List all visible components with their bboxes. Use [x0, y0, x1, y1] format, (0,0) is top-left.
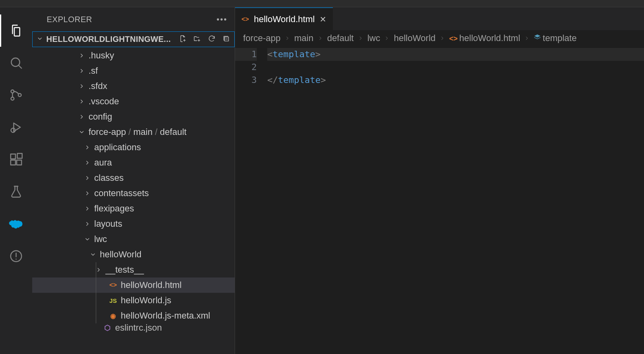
code-line[interactable]: <template>	[267, 48, 644, 61]
svg-rect-7	[17, 160, 22, 165]
breadcrumb-segment[interactable]: default	[327, 33, 354, 43]
new-folder-icon[interactable]	[193, 35, 201, 44]
line-number: 2	[235, 61, 257, 74]
chevron-right-icon	[318, 33, 323, 43]
problems-icon[interactable]	[0, 240, 32, 272]
tree-label: eslintrc.json	[115, 323, 162, 332]
breadcrumb-segment[interactable]: template	[534, 33, 576, 43]
tree-file[interactable]: ⬡eslintrc.json	[32, 323, 235, 332]
js-icon: JS	[109, 297, 118, 304]
tree-folder[interactable]: aura	[32, 155, 235, 170]
salesforce-icon[interactable]	[0, 208, 32, 240]
tree-label: .vscode	[89, 96, 119, 107]
tree-folder[interactable]: .sf	[32, 63, 235, 79]
breadcrumbs: force-appmaindefaultlwchelloWorld<>hello…	[235, 30, 644, 46]
tab-active[interactable]: <> helloWorld.html ✕	[235, 7, 333, 30]
tree-file[interactable]: JShelloWorld.js	[32, 293, 235, 308]
tree-label: .sfdx	[89, 81, 107, 91]
svg-rect-6	[11, 160, 16, 165]
activity-bar	[0, 7, 32, 354]
chevron-right-icon	[83, 190, 92, 197]
line-number: 1	[235, 48, 257, 61]
tree-label: contentassets	[94, 188, 149, 199]
tree-label: helloWorld.js-meta.xml	[121, 311, 210, 321]
tree-label: classes	[94, 173, 124, 183]
tree-label: flexipages	[94, 203, 134, 214]
chevron-down-icon	[77, 129, 86, 135]
line-number: 3	[235, 74, 257, 87]
testing-icon[interactable]	[0, 176, 32, 208]
tree-folder[interactable]: applications	[32, 140, 235, 155]
breadcrumb-segment[interactable]: <>helloWorld.html	[449, 33, 520, 43]
tree-label: helloWorld.html	[121, 280, 182, 290]
tree-folder[interactable]: __tests__	[32, 262, 235, 277]
chevron-right-icon	[524, 33, 530, 43]
tree-label: layouts	[94, 219, 122, 229]
close-icon[interactable]: ✕	[320, 14, 326, 24]
tree-folder[interactable]: layouts	[32, 216, 235, 232]
run-debug-icon[interactable]	[0, 111, 32, 143]
tree-label: .sf	[89, 66, 98, 76]
code-area[interactable]: 123 <template> </template>	[235, 46, 644, 354]
breadcrumb-segment[interactable]: force-app	[243, 33, 281, 43]
tree-folder[interactable]: lwc	[32, 232, 235, 247]
tree-file[interactable]: ◉helloWorld.js-meta.xml	[32, 308, 235, 323]
chevron-right-icon	[77, 114, 86, 120]
tree-folder[interactable]: force-app / main / default	[32, 124, 235, 140]
titlebar	[0, 0, 644, 7]
tree-folder[interactable]: contentassets	[32, 186, 235, 201]
html-icon: <>	[242, 16, 249, 23]
chevron-right-icon	[83, 159, 92, 166]
line-gutter: 123	[235, 48, 267, 354]
sidebar-header: EXPLORER •••	[32, 7, 235, 31]
chevron-right-icon	[384, 33, 390, 43]
project-name: HELLOWORLDLIGHTNINGWE...	[46, 35, 179, 44]
chevron-right-icon	[83, 221, 92, 227]
new-file-icon[interactable]	[179, 35, 187, 44]
extensions-icon[interactable]	[0, 143, 32, 176]
explorer-icon[interactable]	[0, 14, 32, 47]
tree-label: __tests__	[105, 265, 144, 275]
code-text[interactable]: <template> </template>	[267, 48, 644, 354]
tree-file[interactable]: <>helloWorld.html	[32, 277, 235, 293]
sidebar-more-icon[interactable]: •••	[217, 15, 227, 24]
tree-folder[interactable]: .vscode	[32, 94, 235, 109]
tree-folder[interactable]: flexipages	[32, 201, 235, 216]
chevron-right-icon	[77, 98, 86, 105]
breadcrumb-segment[interactable]: helloWorld	[394, 33, 436, 43]
sidebar-title: EXPLORER	[47, 15, 92, 24]
tree-label: helloWorld.js	[121, 295, 171, 306]
tabs: <> helloWorld.html ✕	[235, 7, 644, 30]
refresh-icon[interactable]	[208, 35, 216, 44]
tree-label: .husky	[89, 50, 114, 61]
code-line[interactable]	[267, 61, 644, 74]
tree-label: config	[89, 112, 112, 122]
tree-folder[interactable]: classes	[32, 170, 235, 186]
search-icon[interactable]	[0, 47, 32, 79]
chevron-right-icon	[83, 144, 92, 151]
tree-folder[interactable]: .husky	[32, 48, 235, 63]
chevron-down-icon	[89, 251, 97, 258]
code-line[interactable]: </template>	[267, 74, 644, 87]
breadcrumb-segment[interactable]: main	[294, 33, 314, 43]
collapse-all-icon[interactable]	[222, 35, 230, 44]
tree-folder[interactable]: config	[32, 109, 235, 124]
html-icon: <>	[109, 282, 118, 289]
source-control-icon[interactable]	[0, 79, 32, 111]
chevron-right-icon	[440, 33, 445, 43]
svg-rect-5	[11, 154, 16, 159]
tree-label: aura	[94, 157, 112, 168]
breadcrumb-segment[interactable]: lwc	[367, 33, 380, 43]
svg-rect-8	[17, 153, 22, 158]
chevron-down-icon	[37, 35, 43, 43]
tree-folder[interactable]: helloWorld	[32, 247, 235, 262]
svg-point-4	[11, 128, 15, 132]
xml-icon: ◉	[109, 312, 118, 320]
tab-label: helloWorld.html	[254, 14, 315, 25]
tree-folder[interactable]: .sfdx	[32, 79, 235, 94]
project-row[interactable]: HELLOWORLDLIGHTNINGWE...	[32, 31, 235, 47]
editor: <> helloWorld.html ✕ force-appmaindefaul…	[235, 7, 644, 354]
chevron-right-icon	[83, 205, 92, 212]
chevron-right-icon	[358, 33, 363, 43]
tree-label: applications	[94, 142, 141, 153]
